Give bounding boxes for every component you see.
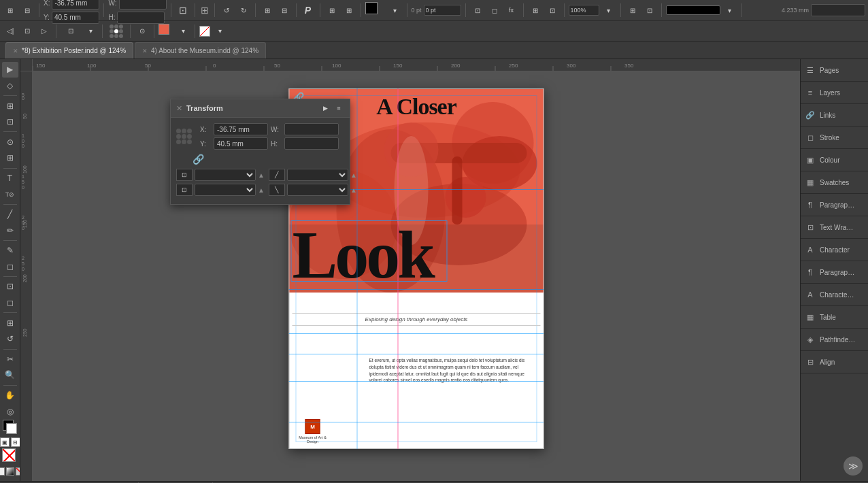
fill-color-area[interactable] (365, 2, 386, 18)
panel-stroke[interactable]: ◻ Stroke (801, 127, 868, 149)
none-fill-swatch[interactable] (2, 448, 18, 465)
mode-icon-1[interactable] (0, 467, 5, 476)
tf-dropdown-1-icon[interactable]: ⊡ (176, 169, 193, 181)
stroke-color-expand[interactable]: ▾ (722, 3, 737, 18)
tf-dropdown-1-expand[interactable]: ▲ (258, 171, 265, 179)
transform-expand[interactable]: ▾ (83, 24, 98, 39)
align1-btn[interactable]: ⊞ (260, 3, 275, 18)
preview-mode[interactable]: ⊟ (11, 437, 20, 447)
stroke-color-bar[interactable] (666, 5, 720, 15)
x-input[interactable] (52, 0, 99, 10)
anchor-bc[interactable] (182, 139, 186, 144)
pen-tool[interactable]: ✏ (2, 222, 18, 238)
tf-dropdown-3-select[interactable] (195, 184, 256, 196)
tf-dropdown-4-expand[interactable]: ▲ (350, 186, 357, 194)
erase-tool[interactable]: ◻ (2, 259, 18, 275)
rotate-tool[interactable]: ↺ (2, 331, 18, 347)
tf-dropdown-2-icon[interactable]: ╱ (269, 169, 285, 181)
tf-dropdown-2-select[interactable] (287, 169, 348, 181)
anchor-mc[interactable] (182, 134, 186, 139)
tf-dropdown-3-icon[interactable]: ⊡ (176, 184, 193, 196)
tf-dropdown-3-expand[interactable]: ▲ (258, 186, 265, 194)
panel-swatches[interactable]: ▦ Swatches (801, 171, 868, 194)
panel-paragraph[interactable]: ¶ Paragrap… (801, 194, 868, 216)
fx-btn[interactable]: fx (504, 3, 519, 18)
view-ctrl1[interactable]: ⊞ (625, 3, 640, 18)
anchor-tr[interactable] (187, 129, 192, 133)
tf-h-input[interactable] (284, 137, 339, 150)
anchor-br[interactable] (187, 139, 192, 144)
normal-mode[interactable]: ▣ (0, 437, 10, 447)
panel-collapse-btn[interactable]: ≫ (844, 456, 863, 476)
zoom-expand-btn[interactable]: ▾ (601, 3, 616, 18)
tf-dropdown-2-expand[interactable]: ▲ (350, 171, 357, 179)
stroke-pt-input[interactable] (424, 5, 461, 16)
type-path-tool[interactable]: T⊘ (2, 186, 18, 202)
panel-colour[interactable]: ▣ Colour (801, 149, 868, 171)
color-expand-btn[interactable]: ▾ (388, 3, 403, 18)
hand-tool[interactable]: ✋ (2, 388, 18, 403)
content-placer[interactable]: ⊞ (2, 150, 18, 166)
grid-btn[interactable]: ⊞ (3, 3, 18, 18)
none-swatch[interactable] (199, 26, 210, 37)
page-tool[interactable]: ⊞ (2, 98, 18, 114)
panel-character2[interactable]: A Characte… (801, 284, 868, 306)
tf-dropdown-1-select[interactable] (195, 169, 256, 181)
free-transform[interactable]: ⊞ (2, 315, 18, 331)
transform-expand-btn[interactable]: ▶ (320, 103, 331, 114)
tf-chain-icon[interactable]: 🔗 (193, 154, 204, 165)
type-tool[interactable]: T (2, 171, 18, 186)
zoom-tool[interactable]: 🔍 (2, 367, 18, 383)
tb2-btn3[interactable]: ▷ (37, 24, 52, 39)
anchor-bl[interactable] (176, 139, 181, 144)
relink1-btn[interactable]: ⊞ (324, 3, 339, 18)
tf-x-input[interactable] (214, 123, 268, 135)
panel-table[interactable]: ▦ Table (801, 306, 868, 329)
measure-tool[interactable]: ◎ (2, 403, 18, 419)
anchor-tl[interactable] (176, 129, 181, 133)
panel-character[interactable]: A Character (801, 239, 868, 261)
tab-exhibition-poster[interactable]: ✕ *8) Exhibition Poster.indd @ 124% (5, 42, 133, 59)
paragraph-style-btn[interactable]: P (301, 3, 316, 18)
relink2-btn[interactable]: ⊞ (341, 3, 356, 18)
view-opt2-btn[interactable]: ⊡ (545, 3, 560, 18)
gap-tool[interactable]: ⊡ (2, 114, 18, 130)
panel-links[interactable]: 🔗 Links (801, 104, 868, 127)
align2-btn[interactable]: ⊟ (277, 3, 292, 18)
tab2-close-icon[interactable]: ✕ (142, 48, 148, 54)
tb2-anchor[interactable]: ⊙ (135, 24, 150, 39)
tf-dropdown-4-icon[interactable]: ╲ (269, 184, 285, 196)
constrain-btn[interactable]: ⊡ (176, 3, 190, 18)
view-ctrl2[interactable]: ⊡ (642, 3, 657, 18)
panel-pathfinder[interactable]: ◈ Pathfinde… (801, 329, 868, 351)
stroke-cap-btn[interactable]: ⊡ (470, 3, 485, 18)
none-expand[interactable]: ▾ (212, 24, 227, 39)
tab1-close-icon[interactable]: ✕ (13, 48, 18, 54)
size-input-right[interactable] (811, 4, 865, 16)
scissors-tool[interactable]: ✂ (2, 352, 18, 367)
select-tool[interactable]: ▶ (2, 62, 18, 78)
direct-select-tool[interactable]: ◇ (2, 78, 18, 94)
panel-pages[interactable]: ☰ Pages (801, 59, 868, 82)
panel-paragraph2[interactable]: ¶ Paragrap… (801, 261, 868, 284)
fill2-expand[interactable]: ▾ (176, 24, 190, 39)
zoom-pct-input[interactable] (569, 5, 599, 16)
tf-dropdown-4-select[interactable] (287, 184, 348, 196)
rotate-ccw-btn[interactable]: ↺ (219, 3, 234, 18)
tab-about-museum[interactable]: ✕ 4) About the Museum.indd @ 124% (135, 42, 266, 59)
frame-tool[interactable]: ⊡ (2, 279, 18, 295)
tf-y-input[interactable] (214, 137, 268, 150)
tf-w-input[interactable] (284, 123, 339, 135)
mode-icon-3[interactable] (16, 467, 21, 476)
anchor-tc[interactable] (182, 129, 186, 133)
line-tool[interactable]: ╱ (2, 207, 18, 222)
panel-align[interactable]: ⊟ Align (801, 351, 868, 373)
rotate-cw-btn[interactable]: ↻ (236, 3, 251, 18)
pencil-tool[interactable]: ✎ (2, 243, 18, 259)
tb2-btn2[interactable]: ⊡ (20, 24, 35, 39)
w-input[interactable] (119, 0, 167, 10)
grid2-btn[interactable]: ⊟ (20, 3, 35, 18)
view-opt1-btn[interactable]: ⊞ (528, 3, 543, 18)
anchor-mr[interactable] (187, 134, 192, 139)
shape-tool[interactable]: ◻ (2, 295, 18, 311)
